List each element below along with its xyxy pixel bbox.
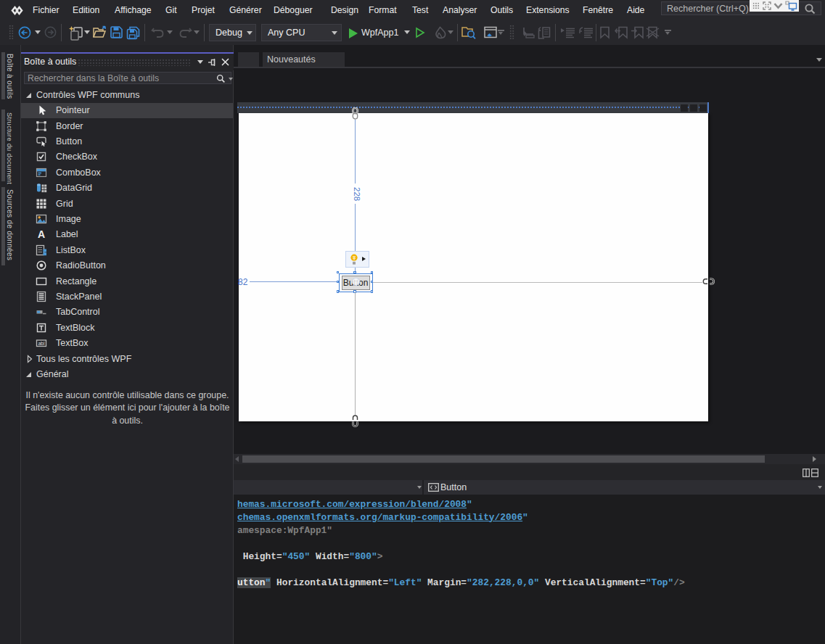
svg-text:A: A (38, 228, 45, 240)
svg-text:abl: abl (38, 341, 45, 346)
